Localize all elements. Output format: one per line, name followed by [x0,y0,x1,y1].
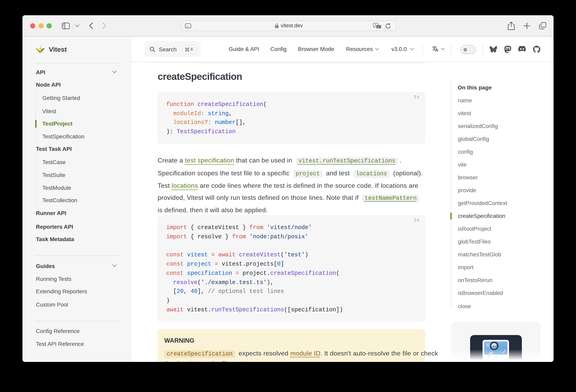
svg-text:A: A [374,24,377,27]
svg-text:x: x [378,25,379,28]
